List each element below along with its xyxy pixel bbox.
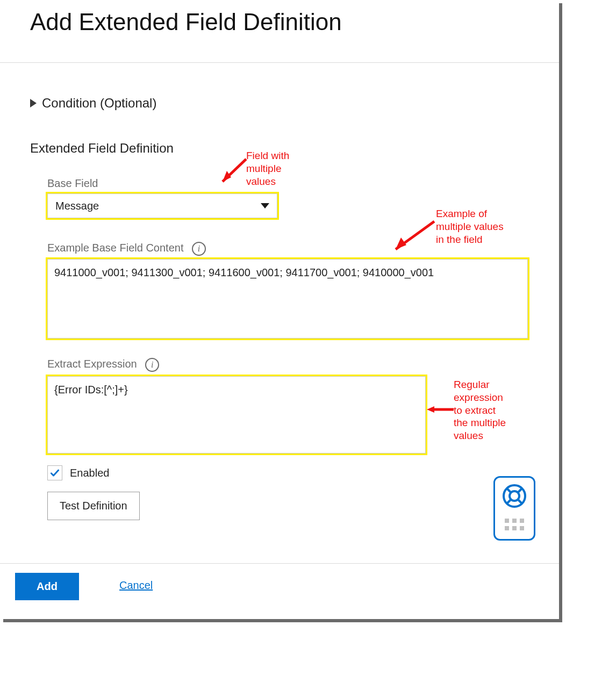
extract-expression-textarea[interactable] (47, 376, 426, 454)
header-divider (0, 62, 559, 63)
condition-label: Condition (Optional) (42, 96, 156, 111)
base-field-select[interactable]: Message (47, 193, 277, 218)
extract-expression-label-text: Extract Expression (47, 358, 137, 370)
svg-line-5 (518, 500, 522, 504)
add-button[interactable]: Add (15, 573, 79, 600)
base-field-label: Base Field (47, 177, 98, 190)
caret-down-icon (261, 203, 269, 208)
annotation-text: Field with multiple values (246, 149, 289, 188)
base-field-value: Message (55, 200, 99, 212)
info-icon[interactable]: i (145, 358, 159, 372)
annotation-arrow-icon (215, 155, 253, 192)
enabled-checkbox[interactable] (47, 465, 62, 480)
cancel-link[interactable]: Cancel (119, 579, 153, 592)
enabled-label: Enabled (70, 467, 109, 479)
section-title: Extended Field Definition (30, 141, 174, 156)
svg-marker-7 (223, 171, 231, 182)
extract-expression-label: Extract Expression i (47, 358, 159, 372)
svg-line-4 (506, 500, 511, 504)
condition-toggle[interactable]: Condition (Optional) (30, 96, 156, 111)
annotation-text: Example of multiple values in the field (436, 207, 504, 246)
checkmark-icon (49, 468, 60, 478)
example-content-label-text: Example Base Field Content (47, 242, 183, 254)
dialog-frame: Add Extended Field Definition Condition … (0, 0, 559, 619)
drag-dots-icon (505, 519, 524, 530)
annotation-arrow-icon (387, 216, 441, 259)
disclosure-triangle-icon (30, 99, 37, 107)
svg-line-2 (506, 488, 511, 492)
page-title: Add Extended Field Definition (30, 9, 342, 35)
annotation-text: Regular expression to extract the multip… (454, 378, 506, 442)
example-content-textarea[interactable] (47, 259, 528, 339)
enabled-row: Enabled (47, 465, 109, 480)
svg-line-3 (518, 488, 522, 492)
example-content-label: Example Base Field Content i (47, 242, 206, 256)
svg-marker-11 (427, 406, 434, 413)
svg-point-1 (510, 491, 519, 501)
lifebuoy-icon (502, 483, 527, 509)
test-definition-button[interactable]: Test Definition (47, 492, 140, 520)
info-icon[interactable]: i (192, 242, 206, 256)
footer-divider (0, 563, 559, 564)
svg-marker-9 (396, 238, 406, 249)
annotation-arrow-icon (427, 404, 459, 415)
help-widget[interactable] (493, 476, 535, 541)
